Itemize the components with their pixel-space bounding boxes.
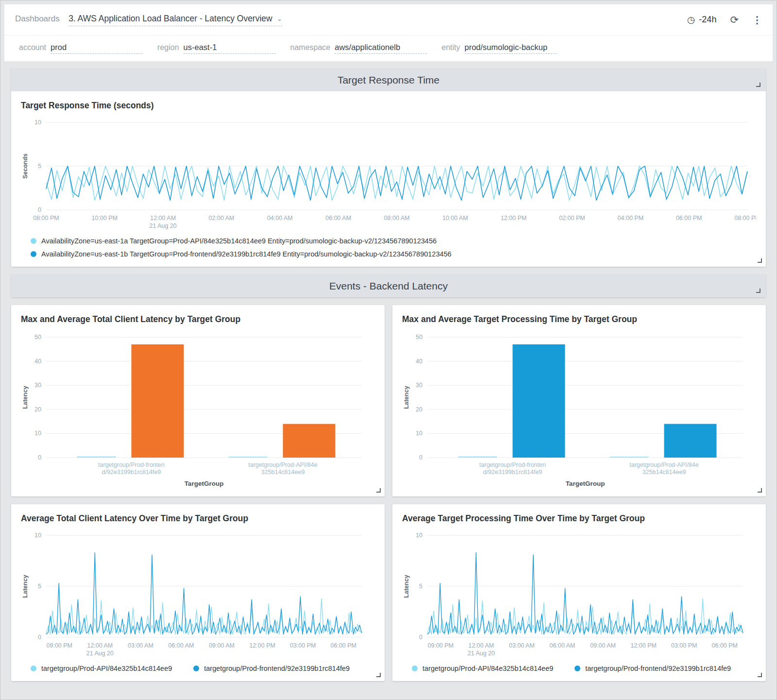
section-title: Target Response Time: [338, 74, 439, 86]
svg-text:d/92e3199b1rc814fe9: d/92e3199b1rc814fe9: [102, 469, 161, 476]
svg-text:0: 0: [38, 634, 41, 641]
filter-value-entity[interactable]: prod/sumologic-backup: [465, 43, 557, 54]
resize-handle[interactable]: [758, 673, 762, 677]
svg-text:06:00 AM: 06:00 AM: [325, 215, 351, 222]
dashboard-title-dropdown[interactable]: 3. AWS Application Load Balancer - Laten…: [68, 14, 282, 26]
bar-max[interactable]: [664, 424, 717, 458]
filter-value-account[interactable]: prod: [51, 43, 143, 54]
svg-text:21 Aug 20: 21 Aug 20: [86, 650, 114, 657]
legend-item[interactable]: targetgroup/Prod-frontend/92e3199b1rc814…: [574, 665, 731, 672]
svg-text:02:00 AM: 02:00 AM: [209, 215, 235, 222]
svg-text:5: 5: [38, 163, 41, 170]
svg-text:04:00 PM: 04:00 PM: [618, 215, 644, 222]
max-avg-target-processing-time-chart: 01020304050Latencytargetgroup/Prod-front…: [402, 329, 756, 490]
legend-label: targetgroup/Prod-frontend/92e3199b1rc814…: [585, 665, 731, 672]
target_response_time-svg: 0510Seconds08:00 PM10:00 PM12:00 AM21 Au…: [21, 116, 756, 232]
clock-icon: ◷: [687, 14, 695, 25]
legend-item[interactable]: AvailabilityZone=us-east-1b TargetGroup=…: [31, 250, 756, 258]
svg-text:06:00 AM: 06:00 AM: [169, 642, 194, 649]
bar-average[interactable]: [458, 457, 497, 458]
top-bar-actions: ◷ -24h ⟳ ⋮: [687, 14, 762, 26]
legend-dot: [574, 666, 580, 671]
svg-text:d/92e3199b1rc814fe9: d/92e3199b1rc814fe9: [483, 469, 542, 476]
svg-text:03:00 PM: 03:00 PM: [671, 642, 697, 649]
avg_total_client_latency_over_time-svg: 0510Latency09:00 PM12:00 AM21 Aug 2003:0…: [21, 529, 371, 660]
legend-dot: [412, 666, 418, 671]
svg-text:09:00 PM: 09:00 PM: [428, 642, 454, 649]
breadcrumb: Dashboards 3. AWS Application Load Balan…: [15, 14, 282, 26]
filter-entity: entity prod/sumologic-backup: [441, 43, 557, 54]
bar-max[interactable]: [513, 344, 565, 458]
svg-text:09:00 AM: 09:00 AM: [590, 642, 616, 649]
svg-text:03:00 PM: 03:00 PM: [290, 642, 316, 649]
legend-label: AvailabilityZone=us-east-1a TargetGroup=…: [41, 237, 437, 245]
max-avg-total-client-latency-chart: 01020304050Latencytargetgroup/Prod-front…: [21, 329, 375, 490]
charts-grid-bottom: Average Total Client Latency Over Time b…: [11, 504, 766, 681]
series-line-prod-frontend: [46, 553, 362, 634]
svg-text:50: 50: [416, 334, 422, 341]
filter-value-region[interactable]: us-east-1: [184, 43, 276, 54]
panel-expand-icon[interactable]: [756, 289, 760, 293]
top-bar: Dashboards 3. AWS Application Load Balan…: [4, 4, 773, 35]
bar-max[interactable]: [283, 424, 336, 458]
time-range-button[interactable]: ◷ -24h: [687, 14, 717, 25]
svg-text:TargetGroup: TargetGroup: [185, 480, 224, 487]
resize-handle[interactable]: [376, 488, 381, 493]
panel-avg-total-client-latency-over-time: Average Total Client Latency Over Time b…: [11, 504, 385, 681]
legend-label: AvailabilityZone=us-east-1b TargetGroup=…: [41, 250, 452, 258]
panel-expand-icon[interactable]: [756, 83, 760, 87]
bar-average[interactable]: [229, 457, 268, 458]
panel-target-response-time: Target Response Time Target Response Tim…: [11, 68, 766, 267]
max_avg_total_client_latency-svg: 01020304050Latencytargetgroup/Prod-front…: [21, 329, 371, 490]
page-title: 3. AWS Application Load Balancer - Laten…: [68, 14, 272, 24]
svg-text:10: 10: [34, 430, 41, 437]
charts-grid-top: Max and Average Total Client Latency by …: [11, 305, 766, 496]
filter-value-namespace[interactable]: aws/applicationelb: [335, 43, 427, 54]
legend-item[interactable]: AvailabilityZone=us-east-1a TargetGroup=…: [31, 237, 756, 245]
svg-text:5: 5: [38, 583, 41, 590]
dashboard-content: Target Response Time Target Response Tim…: [4, 61, 773, 681]
more-options-button[interactable]: ⋮: [752, 14, 762, 26]
filter-label-namespace: namespace: [290, 43, 331, 52]
legend-dot: [31, 666, 36, 671]
resize-handle[interactable]: [376, 673, 381, 677]
bar-average[interactable]: [77, 457, 116, 458]
filter-namespace: namespace aws/applicationelb: [290, 43, 427, 54]
refresh-button[interactable]: ⟳: [730, 14, 739, 26]
legend-dot: [193, 666, 199, 671]
svg-text:12:00 AM: 12:00 AM: [87, 642, 113, 649]
legend-item[interactable]: targetgroup/Prod-API/84e325b14c814ee9: [31, 665, 172, 672]
chart-title: Average Target Processing Time Over Time…: [402, 513, 756, 524]
svg-text:targetgroup/Prod-API/84e: targetgroup/Prod-API/84e: [629, 461, 698, 468]
bar-average[interactable]: [610, 457, 649, 458]
svg-text:10: 10: [34, 119, 41, 126]
svg-text:targetgroup/Prod-API/84e: targetgroup/Prod-API/84e: [248, 461, 317, 468]
breadcrumb-dashboards[interactable]: Dashboards: [15, 14, 60, 23]
legend-dot: [31, 251, 36, 257]
chart-legend: targetgroup/Prod-API/84e325b14c814ee9tar…: [402, 665, 756, 672]
svg-text:40: 40: [34, 358, 41, 365]
svg-text:12:00 PM: 12:00 PM: [249, 642, 275, 649]
resize-handle[interactable]: [758, 488, 762, 493]
legend-item[interactable]: targetgroup/Prod-API/84e325b14c814ee9: [412, 665, 553, 672]
filter-bar: account prod region us-east-1 namespace …: [4, 35, 773, 61]
time-range-label: -24h: [699, 15, 716, 25]
svg-text:0: 0: [38, 206, 41, 213]
svg-text:325b14c814ee9: 325b14c814ee9: [261, 469, 305, 476]
svg-text:12:00 PM: 12:00 PM: [501, 215, 527, 222]
filter-label-entity: entity: [441, 43, 460, 52]
chart-title: Average Total Client Latency Over Time b…: [21, 513, 375, 524]
filter-region: region us-east-1: [157, 43, 275, 54]
filter-label-region: region: [157, 43, 179, 52]
svg-text:0: 0: [419, 454, 422, 461]
svg-text:09:00 AM: 09:00 AM: [209, 642, 235, 649]
resize-handle[interactable]: [758, 258, 762, 263]
svg-text:Latency: Latency: [403, 386, 410, 409]
section-banner-events-backend-latency: Events - Backend Latency: [11, 274, 766, 297]
svg-text:325b14c814ee9: 325b14c814ee9: [642, 469, 686, 476]
legend-item[interactable]: targetgroup/Prod-frontend/92e3199b1rc814…: [193, 665, 350, 672]
bar-max[interactable]: [132, 344, 184, 458]
svg-text:Latency: Latency: [22, 575, 29, 598]
avg-target-processing-time-over-time-chart: 0510Latency09:00 PM12:00 AM21 Aug 2003:0…: [402, 529, 756, 660]
svg-text:02:00 PM: 02:00 PM: [559, 215, 585, 222]
